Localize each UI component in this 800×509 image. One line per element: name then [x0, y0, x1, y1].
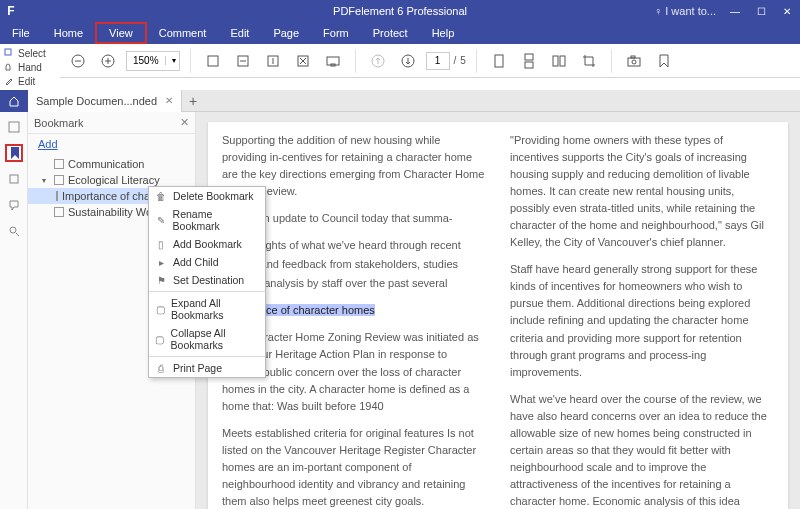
- search-button[interactable]: [5, 222, 23, 240]
- page-input[interactable]: [426, 52, 450, 70]
- bookmark-add-icon: ▯: [155, 238, 167, 250]
- pointer-tools: Select Hand Edit: [0, 44, 60, 90]
- zoom-in-button[interactable]: [96, 49, 120, 73]
- bookmark-panel: Bookmark ✕ Add Communication ▾Ecological…: [28, 112, 196, 509]
- hand-tool[interactable]: Hand: [4, 60, 56, 74]
- paragraph: Meets established criteria for original …: [222, 425, 486, 509]
- ctx-label: Rename Bookmark: [173, 208, 259, 232]
- fit-page-button[interactable]: [231, 49, 255, 73]
- print-icon: ⎙: [155, 362, 167, 374]
- svg-rect-24: [9, 122, 19, 132]
- bookmark-icon: [54, 175, 64, 185]
- ctx-set-destination[interactable]: ⚑Set Destination: [149, 271, 265, 289]
- svg-rect-20: [560, 56, 565, 66]
- fit-height-button[interactable]: [291, 49, 315, 73]
- attachments-button[interactable]: [5, 170, 23, 188]
- paragraph: Staff have heard generally strong suppor…: [510, 261, 774, 380]
- continuous-button[interactable]: [517, 49, 541, 73]
- divider: [149, 291, 265, 292]
- select-tool[interactable]: Select: [4, 46, 56, 60]
- single-page-button[interactable]: [487, 49, 511, 73]
- i-want-to-button[interactable]: ♀ I want to...: [648, 5, 722, 17]
- ctx-expand-all[interactable]: ▢Expand All Bookmarks: [149, 294, 265, 324]
- add-tab-button[interactable]: +: [182, 93, 204, 109]
- snapshot-button[interactable]: [622, 49, 646, 73]
- menu-form[interactable]: Form: [311, 22, 361, 44]
- chevron-down-icon[interactable]: ▾: [165, 56, 179, 65]
- page-total: 5: [460, 55, 466, 66]
- ctx-label: Print Page: [173, 362, 222, 374]
- side-nav: [0, 112, 28, 509]
- bookmark-icon: [56, 191, 58, 201]
- menu-home[interactable]: Home: [42, 22, 95, 44]
- close-button[interactable]: ✕: [774, 0, 800, 22]
- svg-rect-23: [631, 56, 635, 58]
- document-tab[interactable]: Sample Documen...nded ✕: [28, 90, 182, 112]
- menu-bar: File Home View Comment Edit Page Form Pr…: [0, 22, 800, 44]
- ctx-delete-bookmark[interactable]: 🗑Delete Bookmark: [149, 187, 265, 205]
- bookmark-label: Communication: [68, 158, 144, 170]
- svg-line-27: [16, 233, 19, 236]
- divider: [149, 356, 265, 357]
- ctx-label: Expand All Bookmarks: [171, 297, 259, 321]
- pencil-icon: ✎: [155, 214, 167, 226]
- svg-rect-18: [525, 62, 533, 68]
- bookmark-icon: [54, 207, 64, 217]
- ctx-label: Collapse All Bookmarks: [171, 327, 259, 351]
- menu-comment[interactable]: Comment: [147, 22, 219, 44]
- maximize-button[interactable]: ☐: [748, 0, 774, 22]
- app-title: PDFelement 6 Professional: [333, 5, 467, 17]
- document-tab-label: Sample Documen...nded: [36, 95, 157, 107]
- fullscreen-button[interactable]: [321, 49, 345, 73]
- edit-tool[interactable]: Edit: [4, 74, 56, 88]
- zoom-out-button[interactable]: [66, 49, 90, 73]
- collapse-icon[interactable]: ▾: [42, 176, 50, 185]
- facing-button[interactable]: [547, 49, 571, 73]
- ctx-label: Delete Bookmark: [173, 190, 254, 202]
- menu-file[interactable]: File: [0, 22, 42, 44]
- add-bookmark-link[interactable]: Add: [28, 134, 195, 154]
- divider: [190, 49, 191, 73]
- flag-icon: ⚑: [155, 274, 167, 286]
- bookmarks-button[interactable]: [5, 144, 23, 162]
- trash-icon: 🗑: [155, 190, 167, 202]
- edit-label: Edit: [18, 76, 35, 87]
- page-sep: /: [454, 55, 457, 66]
- close-tab-button[interactable]: ✕: [165, 95, 173, 106]
- thumbnails-button[interactable]: [5, 118, 23, 136]
- menu-edit[interactable]: Edit: [218, 22, 261, 44]
- ctx-add-bookmark[interactable]: ▯Add Bookmark: [149, 235, 265, 253]
- menu-protect[interactable]: Protect: [361, 22, 420, 44]
- menu-help[interactable]: Help: [420, 22, 467, 44]
- actual-size-button[interactable]: [201, 49, 225, 73]
- ctx-collapse-all[interactable]: ▢Collapse All Bookmarks: [149, 324, 265, 354]
- next-page-button[interactable]: [396, 49, 420, 73]
- pdf-page: Supporting the addition of new housing w…: [208, 122, 788, 509]
- zoom-level[interactable]: 150%▾: [126, 51, 180, 71]
- fit-width-button[interactable]: [261, 49, 285, 73]
- zoom-value: 150%: [127, 55, 165, 66]
- ctx-add-child[interactable]: ▸Add Child: [149, 253, 265, 271]
- crop-button[interactable]: [577, 49, 601, 73]
- close-panel-button[interactable]: ✕: [180, 116, 189, 129]
- bookmark-ribbon-button[interactable]: [652, 49, 676, 73]
- title-bar: F PDFelement 6 Professional ♀ I want to.…: [0, 0, 800, 22]
- ctx-print-page[interactable]: ⎙Print Page: [149, 359, 265, 377]
- minimize-button[interactable]: —: [722, 0, 748, 22]
- paragraph: What we've heard over the course of the …: [510, 391, 774, 509]
- view-ribbon: 150%▾ / 5: [60, 44, 800, 78]
- ctx-rename-bookmark[interactable]: ✎Rename Bookmark: [149, 205, 265, 235]
- comments-button[interactable]: [5, 196, 23, 214]
- bookmark-label: Ecological Literacy: [68, 174, 160, 186]
- collapse-icon: ▢: [155, 333, 165, 345]
- tab-strip: Sample Documen...nded ✕ +: [0, 90, 800, 112]
- bookmark-item[interactable]: Communication: [28, 156, 195, 172]
- expand-icon: ▢: [155, 303, 165, 315]
- menu-page[interactable]: Page: [261, 22, 311, 44]
- prev-page-button[interactable]: [366, 49, 390, 73]
- bookmark-context-menu: 🗑Delete Bookmark ✎Rename Bookmark ▯Add B…: [148, 186, 266, 378]
- document-viewport[interactable]: Supporting the addition of new housing w…: [196, 112, 800, 509]
- menu-view[interactable]: View: [95, 22, 147, 44]
- home-tab-button[interactable]: [0, 90, 28, 112]
- hand-label: Hand: [18, 62, 42, 73]
